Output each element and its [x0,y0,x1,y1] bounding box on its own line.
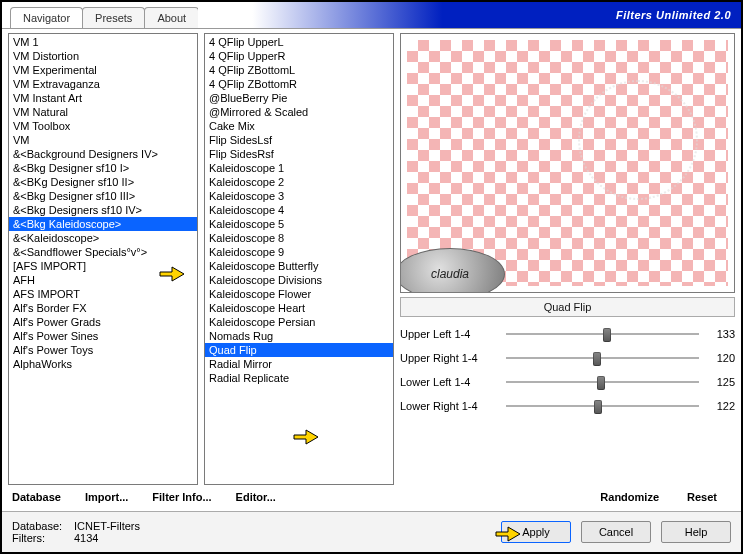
brand-bar: Filters Unlimited 2.0 [198,2,741,28]
list-item[interactable]: Radial Replicate [205,371,393,385]
list-item[interactable]: Kaleidoscope Heart [205,301,393,315]
cancel-button[interactable]: Cancel [581,521,651,543]
slider-row: Upper Right 1-4120 [400,351,735,365]
list-item[interactable]: VM Distortion [9,49,197,63]
list-item[interactable]: VM Toolbox [9,119,197,133]
list-item[interactable]: Kaleidoscope 3 [205,189,393,203]
slider-row: Lower Right 1-4122 [400,399,735,413]
status-db-val: ICNET-Filters [74,520,140,532]
list-item[interactable]: Nomads Rug [205,329,393,343]
right-panel: claudia Quad Flip Upper Left 1-4133Upper… [400,33,735,485]
slider-value: 122 [705,400,735,412]
filter-info-button[interactable]: Filter Info... [152,489,211,505]
list-item[interactable]: VM Natural [9,105,197,119]
list-item[interactable]: AFH [9,273,197,287]
list-item[interactable]: 4 QFlip UpperL [205,35,393,49]
list-item[interactable]: Quad Flip [205,343,393,357]
slider-row: Upper Left 1-4133 [400,327,735,341]
status-bar: Database:ICNET-Filters Filters:4134 Appl… [2,512,741,552]
slider-row: Lower Left 1-4125 [400,375,735,389]
app-title: Filters Unlimited 2.0 [616,9,731,21]
list-item[interactable]: 4 QFlip ZBottomR [205,77,393,91]
list-item[interactable]: VM Instant Art [9,91,197,105]
status-info: Database:ICNET-Filters Filters:4134 [12,520,140,544]
list-item[interactable]: 4 QFlip ZBottomL [205,63,393,77]
list-item[interactable]: @BlueBerry Pie [205,91,393,105]
import-button[interactable]: Import... [85,489,128,505]
slider-label: Lower Left 1-4 [400,376,500,388]
list-item[interactable]: Kaleidoscope 4 [205,203,393,217]
list-item[interactable]: VM Extravaganza [9,77,197,91]
list-item[interactable]: VM 1 [9,35,197,49]
list-item[interactable]: &<BKg Designer sf10 II> [9,175,197,189]
category-listbox[interactable]: VM 1VM DistortionVM ExperimentalVM Extra… [8,33,198,485]
slider-track[interactable] [506,327,699,341]
main-row: VM 1VM DistortionVM ExperimentalVM Extra… [2,28,741,487]
tab-navigator[interactable]: Navigator [10,7,83,28]
slider-label: Upper Right 1-4 [400,352,500,364]
filter-listbox[interactable]: 4 QFlip UpperL4 QFlip UpperR4 QFlip ZBot… [204,33,394,485]
slider-track[interactable] [506,399,699,413]
list-item[interactable]: VM Experimental [9,63,197,77]
status-db-key: Database: [12,520,68,532]
list-item[interactable]: Alf's Power Grads [9,315,197,329]
list-item[interactable]: 4 QFlip UpperR [205,49,393,63]
slider-value: 125 [705,376,735,388]
list-item[interactable]: Flip SidesLsf [205,133,393,147]
slider-label: Upper Left 1-4 [400,328,500,340]
slider-panel: Upper Left 1-4133Upper Right 1-4120Lower… [400,321,735,413]
list-item[interactable]: Kaleidoscope Butterfly [205,259,393,273]
list-item[interactable]: VM [9,133,197,147]
list-item[interactable]: Kaleidoscope 2 [205,175,393,189]
apply-button[interactable]: Apply [501,521,571,543]
list-item[interactable]: Flip SidesRsf [205,147,393,161]
list-item[interactable]: &<Bkg Kaleidoscope> [9,217,197,231]
list-item[interactable]: Alf's Power Toys [9,343,197,357]
list-item[interactable]: Kaleidoscope Divisions [205,273,393,287]
slider-thumb[interactable] [594,400,602,414]
tab-about[interactable]: About [144,7,199,28]
list-item[interactable]: Kaleidoscope 8 [205,231,393,245]
slider-label: Lower Right 1-4 [400,400,500,412]
editor-button[interactable]: Editor... [236,489,276,505]
slider-thumb[interactable] [603,328,611,342]
current-filter-title: Quad Flip [400,297,735,317]
list-item[interactable]: Radial Mirror [205,357,393,371]
help-button[interactable]: Help [661,521,731,543]
list-item[interactable]: &<Bkg Designer sf10 III> [9,189,197,203]
list-item[interactable]: AlphaWorks [9,357,197,371]
database-button[interactable]: Database [12,489,61,505]
list-item[interactable]: Kaleidoscope Flower [205,287,393,301]
tab-strip: Navigator Presets About [2,2,198,28]
list-item[interactable]: Alf's Power Sines [9,329,197,343]
list-item[interactable]: &<Bkg Designer sf10 I> [9,161,197,175]
list-item[interactable]: @Mirrored & Scaled [205,105,393,119]
list-item[interactable]: &<Background Designers IV> [9,147,197,161]
footer-toolbar: Database Import... Filter Info... Editor… [2,487,741,512]
titlebar: Navigator Presets About Filters Unlimite… [2,2,741,28]
list-item[interactable]: &<Sandflower Specials°v°> [9,245,197,259]
reset-button[interactable]: Reset [687,489,717,505]
slider-track[interactable] [506,351,699,365]
list-item[interactable]: Kaleidoscope 1 [205,161,393,175]
slider-thumb[interactable] [597,376,605,390]
list-item[interactable]: &<Bkg Designers sf10 IV> [9,203,197,217]
list-item[interactable]: Kaleidoscope 9 [205,245,393,259]
preview-wreath-icon [578,80,698,200]
status-filters-val: 4134 [74,532,98,544]
slider-value: 120 [705,352,735,364]
preview-box: claudia [400,33,735,293]
list-item[interactable]: Kaleidoscope 5 [205,217,393,231]
slider-value: 133 [705,328,735,340]
slider-thumb[interactable] [593,352,601,366]
list-item[interactable]: Kaleidoscope Persian [205,315,393,329]
slider-track[interactable] [506,375,699,389]
tab-presets[interactable]: Presets [82,7,145,28]
status-filters-key: Filters: [12,532,68,544]
list-item[interactable]: [AFS IMPORT] [9,259,197,273]
list-item[interactable]: Cake Mix [205,119,393,133]
list-item[interactable]: AFS IMPORT [9,287,197,301]
list-item[interactable]: Alf's Border FX [9,301,197,315]
randomize-button[interactable]: Randomize [600,489,659,505]
list-item[interactable]: &<Kaleidoscope> [9,231,197,245]
